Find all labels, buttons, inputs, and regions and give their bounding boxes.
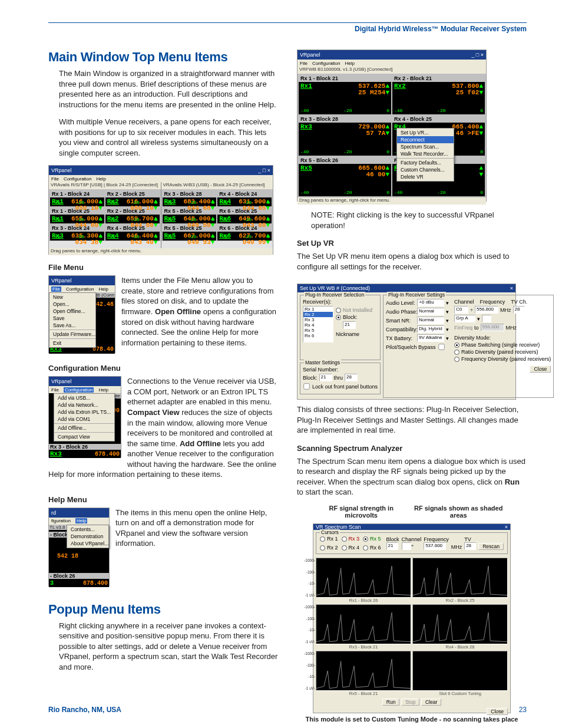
spectrum-intro: The Spectrum Scan menu item opens a dial…: [297, 456, 527, 498]
close-button[interactable]: Close: [530, 365, 551, 373]
ctx-item[interactable]: Spectrum Scan...: [397, 143, 454, 150]
heading-spectrum-analyzer: Scanning Spectrum Analyzer: [297, 444, 527, 453]
figure-set-up-vr-dialog: Set Up VR WB # (Connected)× Plug-In Rece…: [297, 284, 516, 400]
menu-item[interactable]: Add via COM1: [54, 416, 114, 423]
ctx-item[interactable]: Reconnect: [397, 136, 454, 143]
figure-help-menu: rd figurationHelp TL v3.8 (C cted] Conte…: [48, 508, 110, 587]
header-product: Digital Hybrid Wireless™ Modular Receive…: [48, 25, 527, 33]
heading-popup-menu: Popup Menu Items: [48, 602, 278, 617]
heading-set-up-vr: Set Up VR: [297, 239, 527, 248]
ctx-item[interactable]: Walk Test Recorder...: [397, 150, 454, 157]
stop-button[interactable]: Stop: [401, 699, 420, 706]
menu-item[interactable]: Open...: [49, 301, 95, 308]
set-up-vr-intro: The Set Up VR menu item opens a dialog b…: [297, 251, 527, 272]
figure-caption-custom-tuning: This module is set to Custom Tuning Mode…: [297, 716, 527, 724]
ctx-item[interactable]: Factory Defaults...: [397, 159, 454, 166]
menu-item[interactable]: Update Firmware...: [49, 331, 95, 338]
menu-item[interactable]: Save: [49, 315, 95, 322]
heading-help-menu: Help Menu: [48, 495, 278, 504]
menu-item[interactable]: Save As...: [49, 322, 95, 329]
menu-item[interactable]: Add Offline...: [54, 424, 114, 431]
figure-popup-menu: VRpanel_ □ × FileConfigurationHelp VRFWB…: [297, 50, 487, 202]
menu-item[interactable]: Add via Network...: [54, 401, 114, 409]
scan-arrow-labels: RF signal strength in microvolts RF sign…: [297, 505, 527, 519]
note-right-click: NOTE: Right clicking is the key to succe…: [311, 210, 527, 230]
menu-item[interactable]: Exit: [49, 340, 95, 347]
clear-button[interactable]: Clear: [421, 699, 441, 706]
menu-item[interactable]: About VRpanel...: [67, 540, 108, 547]
main-window-intro-2: With multiple Venue receivers, a pane op…: [59, 117, 278, 158]
heading-file-menu: File Menu: [48, 263, 278, 272]
run-button[interactable]: Run: [382, 699, 400, 706]
heading-config-menu: Configuration Menu: [48, 364, 278, 373]
menu-item[interactable]: Add via Extron IPL TS...: [54, 409, 114, 416]
heading-main-window: Main Window Top Menu Items: [48, 50, 278, 65]
ctx-item[interactable]: Custom Channels...: [397, 166, 454, 173]
figure-spectrum-scan: VR Spectrum Scan× Cursors Rx 1 Rx 3 Rx 5…: [313, 523, 511, 713]
figure-file-menu: VRpanel FileConfigurationHelp NewOpen...…: [48, 275, 115, 353]
menu-item[interactable]: Contents...: [67, 526, 108, 533]
main-window-intro-1: The Main Window is organized in a straig…: [59, 68, 278, 110]
menu-item[interactable]: Open Offline...: [49, 308, 95, 315]
rescan-button[interactable]: Rescan: [478, 543, 504, 550]
menu-item[interactable]: Compact View: [54, 433, 114, 440]
footer-page: 23: [519, 706, 527, 714]
menu-item[interactable]: New: [49, 294, 95, 301]
footer-location: Rio Rancho, NM, USA: [48, 706, 121, 714]
figure-config-menu: VRpanel FileConfigurationHelp 5 (Conne A…: [48, 376, 121, 457]
menu-item[interactable]: Demonstration: [67, 533, 108, 540]
ctx-item[interactable]: Set Up VR...: [397, 129, 454, 136]
figure-multi-receiver: VRpanel_ □ × FileConfigurationHelp VRAva…: [48, 165, 273, 255]
ctx-item[interactable]: Delete VR: [397, 173, 454, 180]
popup-menu-desc: Right clicking anywhere in a receiver pa…: [59, 621, 278, 673]
menu-item[interactable]: Add via USB...: [54, 394, 114, 401]
set-up-vr-desc: This dialog consists of three sections: …: [297, 404, 527, 436]
